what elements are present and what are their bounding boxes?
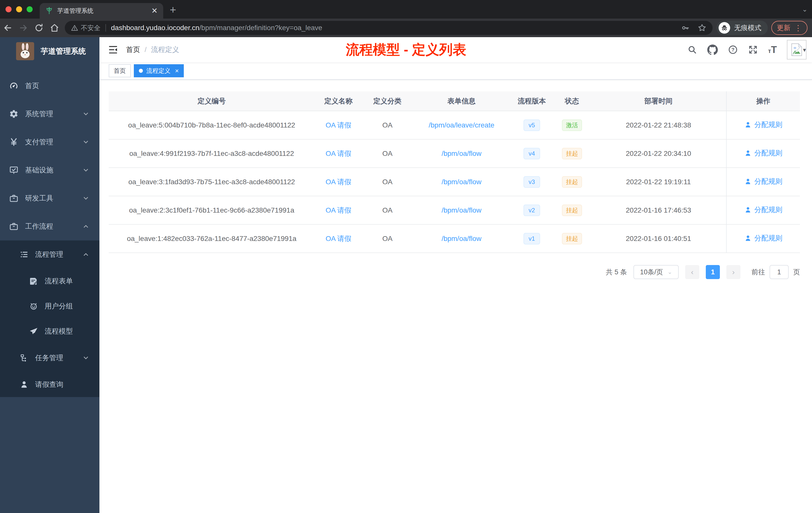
sidebar-collapse-button[interactable] bbox=[107, 44, 117, 55]
app-title: 芋道管理系统 bbox=[41, 46, 86, 57]
address-divider bbox=[106, 24, 106, 32]
home-button[interactable] bbox=[47, 23, 62, 33]
help-icon[interactable]: ? bbox=[728, 45, 738, 55]
sidebar: 芋道管理系统 首页 系统管理 支付管理 基础设施 bbox=[0, 37, 99, 513]
sidebar-menu: 首页 系统管理 支付管理 基础设施 研发工具 bbox=[0, 72, 99, 397]
table-row: oa_leave:5:004b710b-7b8a-11ec-8ef0-acde4… bbox=[109, 111, 800, 139]
window-controls[interactable] bbox=[5, 6, 33, 12]
definition-name-link[interactable]: OA 请假 bbox=[326, 150, 351, 157]
sidebar-item-infrastructure[interactable]: 基础设施 bbox=[0, 156, 99, 184]
fullscreen-icon[interactable] bbox=[748, 45, 758, 55]
col-actions: 操作 bbox=[726, 91, 800, 111]
flow-tree-icon bbox=[20, 353, 29, 362]
new-tab-button[interactable]: + bbox=[170, 3, 176, 16]
definition-name-link[interactable]: OA 请假 bbox=[326, 121, 351, 129]
url-host: dashboard.yudao.iocoder.cn bbox=[111, 24, 199, 32]
browser-menu-icon[interactable]: ⋮ bbox=[794, 24, 802, 32]
assign-rule-button[interactable]: 分配规则 bbox=[744, 177, 782, 186]
workflow-submenu: 流程管理 流程表单 用户分组 流程模型 任务管理 bbox=[0, 240, 99, 397]
breadcrumb-separator: / bbox=[145, 46, 147, 54]
page-size-select[interactable]: 10条/页 ⌄ bbox=[634, 265, 679, 279]
tag-process-definition[interactable]: 流程定义 × bbox=[134, 64, 184, 77]
sidebar-item-process-form[interactable]: 流程表单 bbox=[0, 269, 99, 294]
sidebar-item-process-management[interactable]: 流程管理 bbox=[0, 240, 99, 269]
sidebar-item-leave-query[interactable]: 请假查询 bbox=[0, 372, 99, 397]
current-page-button[interactable]: 1 bbox=[706, 265, 720, 279]
tag-home[interactable]: 首页 bbox=[109, 64, 131, 77]
col-process-version: 流程版本 bbox=[511, 91, 553, 111]
form-link[interactable]: /bpm/oa/flow bbox=[442, 206, 482, 214]
definition-name-link[interactable]: OA 请假 bbox=[326, 235, 351, 242]
back-button[interactable] bbox=[0, 23, 16, 33]
assign-rule-button[interactable]: 分配规则 bbox=[744, 120, 782, 129]
table-row: oa_leave:2:3c1f0ef1-76b1-11ec-9c66-a2380… bbox=[109, 196, 800, 224]
deploy-time: 2022-01-16 01:40:51 bbox=[591, 224, 726, 253]
goto-page-input[interactable] bbox=[770, 265, 789, 279]
page-content: 定义编号 定义名称 定义分类 表单信息 流程版本 状态 部署时间 操作 oa_l… bbox=[99, 80, 812, 279]
assign-rule-button[interactable]: 分配规则 bbox=[744, 148, 782, 158]
url-path: /bpm/manager/definition?key=oa_leave bbox=[199, 24, 322, 32]
breadcrumb-home[interactable]: 首页 bbox=[126, 45, 140, 55]
active-dot-icon bbox=[139, 69, 143, 73]
reload-button[interactable] bbox=[31, 23, 47, 33]
logo-avatar bbox=[16, 42, 34, 60]
annotation-title: 流程模型 - 定义列表 bbox=[346, 41, 466, 59]
sidebar-item-task-management[interactable]: 任务管理 bbox=[0, 344, 99, 372]
pagination-total: 共 5 条 bbox=[606, 268, 627, 277]
pagination: 共 5 条 10条/页 ⌄ ‹ 1 › 前往 页 bbox=[109, 265, 800, 279]
sidebar-logo[interactable]: 芋道管理系统 bbox=[0, 37, 99, 65]
browser-toolbar: 不安全 dashboard.yudao.iocoder.cn/bpm/manag… bbox=[0, 19, 812, 37]
next-page-button[interactable]: › bbox=[726, 265, 741, 279]
browser-tabstrip: 芋道管理系统 ✕ + ⌄ bbox=[0, 0, 812, 19]
maximize-window-button[interactable] bbox=[27, 6, 33, 12]
user-icon bbox=[20, 380, 29, 389]
assign-rule-button[interactable]: 分配规则 bbox=[744, 205, 782, 215]
sidebar-item-dev-tools[interactable]: 研发工具 bbox=[0, 184, 99, 212]
sidebar-item-user-group[interactable]: 用户分组 bbox=[0, 294, 99, 319]
definition-name-link[interactable]: OA 请假 bbox=[326, 178, 351, 186]
chevron-down-icon: ⌄ bbox=[668, 269, 672, 275]
sidebar-item-payment[interactable]: 支付管理 bbox=[0, 128, 99, 156]
avatar-dropdown-caret-icon[interactable]: ▾ bbox=[803, 47, 806, 54]
minimize-window-button[interactable] bbox=[16, 6, 22, 12]
address-bar[interactable]: 不安全 dashboard.yudao.iocoder.cn/bpm/manag… bbox=[65, 21, 713, 35]
favicon-plant-icon bbox=[45, 7, 53, 15]
definition-category: OA bbox=[362, 139, 412, 168]
search-icon[interactable] bbox=[687, 45, 697, 55]
version-badge: v4 bbox=[523, 148, 540, 159]
goto-label: 前往 bbox=[752, 268, 765, 277]
form-link[interactable]: /bpm/oa/flow bbox=[442, 235, 482, 242]
form-link[interactable]: /bpm/oa/flow bbox=[442, 150, 482, 157]
bookmark-star-icon[interactable] bbox=[697, 23, 706, 32]
col-definition-id: 定义编号 bbox=[109, 91, 315, 111]
robot-face-icon bbox=[29, 302, 38, 311]
briefcase-icon bbox=[9, 193, 19, 203]
tag-close-icon[interactable]: × bbox=[175, 67, 179, 75]
definition-category: OA bbox=[362, 111, 412, 139]
sidebar-item-system[interactable]: 系统管理 bbox=[0, 100, 99, 128]
font-size-icon[interactable]: тT bbox=[768, 44, 777, 55]
sidebar-item-workflow[interactable]: 工作流程 bbox=[0, 212, 99, 240]
password-key-icon[interactable] bbox=[681, 23, 690, 32]
github-icon[interactable] bbox=[707, 44, 718, 55]
status-badge: 挂起 bbox=[562, 205, 582, 216]
tab-search-chevron-icon[interactable]: ⌄ bbox=[802, 5, 808, 13]
tab-close-icon[interactable]: ✕ bbox=[151, 7, 158, 14]
forward-button[interactable] bbox=[16, 23, 31, 33]
broken-image-icon bbox=[791, 43, 802, 56]
close-window-button[interactable] bbox=[5, 6, 11, 12]
form-link[interactable]: /bpm/oa/leave/create bbox=[429, 121, 494, 129]
prev-page-button[interactable]: ‹ bbox=[685, 265, 699, 279]
assign-rule-button[interactable]: 分配规则 bbox=[744, 233, 782, 243]
form-link[interactable]: /bpm/oa/flow bbox=[442, 178, 482, 186]
sidebar-item-home[interactable]: 首页 bbox=[0, 72, 99, 100]
definition-name-link[interactable]: OA 请假 bbox=[326, 206, 351, 214]
browser-tab[interactable]: 芋道管理系统 ✕ bbox=[40, 3, 163, 19]
chrome-update-button[interactable]: 更新 ⋮ bbox=[771, 21, 808, 35]
incognito-badge: 无痕模式 bbox=[717, 21, 768, 35]
briefcase-icon bbox=[9, 221, 19, 231]
chevron-down-icon bbox=[82, 139, 89, 146]
sidebar-item-process-model[interactable]: 流程模型 bbox=[0, 319, 99, 344]
chevron-up-icon bbox=[82, 251, 89, 258]
paper-plane-icon bbox=[29, 327, 38, 336]
